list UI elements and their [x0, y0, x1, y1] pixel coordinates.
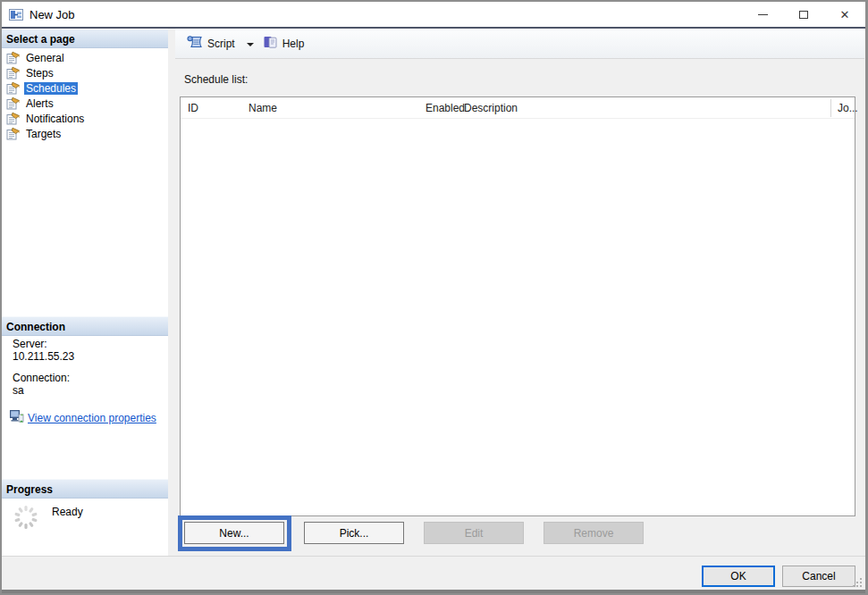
new-button[interactable]: New...	[184, 522, 284, 544]
pick-button[interactable]: Pick...	[304, 522, 404, 544]
select-a-page-header: Select a page	[2, 29, 168, 48]
page-icon	[6, 51, 21, 64]
help-button[interactable]: Help	[259, 32, 308, 54]
schedule-list-table[interactable]: ID Name Enabled Description Jo...	[180, 96, 855, 516]
sidebar-item-general[interactable]: General	[2, 50, 168, 65]
help-label: Help	[282, 38, 305, 50]
new-job-dialog: New Job ✕ Select a page General Steps Sc…	[0, 0, 868, 595]
maximize-button[interactable]	[783, 2, 824, 27]
connection-info: Server: 10.211.55.23 Connection: sa	[13, 338, 164, 426]
title-bar: New Job ✕	[2, 2, 865, 29]
sidebar-item-schedules[interactable]: Schedules	[2, 80, 168, 96]
script-icon	[187, 35, 203, 52]
window-controls: ✕	[742, 2, 865, 27]
column-header-description[interactable]: Description	[464, 102, 518, 114]
edit-button[interactable]: Edit	[424, 522, 524, 544]
connection-value: sa	[13, 384, 164, 397]
sidebar-item-notifications[interactable]: Notifications	[2, 111, 168, 126]
sidebar-item-alerts[interactable]: Alerts	[2, 96, 168, 111]
page-icon	[6, 96, 21, 110]
ok-button[interactable]: OK	[702, 566, 775, 587]
column-header-job[interactable]: Jo...	[838, 102, 858, 114]
server-label: Server:	[13, 338, 164, 350]
progress-status: Ready	[52, 506, 83, 518]
view-connection-properties-link[interactable]: View connection properties	[28, 412, 156, 424]
page-icon	[6, 112, 21, 125]
schedule-list-label: Schedule list:	[184, 73, 248, 86]
page-icon	[6, 127, 21, 140]
connection-properties-icon	[9, 409, 24, 426]
close-button[interactable]: ✕	[824, 2, 865, 27]
progress-status-row: Ready	[11, 502, 83, 535]
column-header-name[interactable]: Name	[249, 102, 277, 114]
help-icon	[263, 35, 278, 52]
resize-grip-icon[interactable]	[852, 577, 863, 591]
script-label: Script	[207, 38, 235, 50]
schedule-table-header: ID Name Enabled Description Jo...	[181, 97, 855, 119]
sidebar-item-targets[interactable]: Targets	[2, 126, 168, 141]
column-header-enabled[interactable]: Enabled	[426, 102, 465, 114]
footer-divider	[2, 556, 865, 557]
column-header-id[interactable]: ID	[188, 102, 198, 114]
remove-button[interactable]: Remove	[544, 522, 644, 544]
minimize-button[interactable]	[742, 2, 783, 27]
server-value: 10.211.55.23	[13, 350, 164, 363]
page-list: General Steps Schedules Alerts Notificat…	[2, 50, 168, 141]
page-icon	[6, 66, 21, 80]
cancel-button[interactable]: Cancel	[782, 566, 855, 587]
connection-label: Connection:	[13, 372, 164, 384]
sidebar: Select a page General Steps Schedules Al…	[2, 29, 168, 556]
sidebar-item-steps[interactable]: Steps	[2, 65, 168, 80]
script-dropdown-icon[interactable]	[247, 43, 254, 46]
column-divider	[830, 99, 831, 117]
progress-header: Progress	[2, 479, 168, 499]
page-icon	[6, 81, 21, 95]
toolbar: Script Help	[175, 29, 864, 59]
window-title: New Job	[29, 8, 75, 21]
dialog-icon	[9, 8, 23, 21]
spinner-icon	[11, 502, 41, 535]
script-button[interactable]: Script	[183, 32, 239, 54]
connection-header: Connection	[2, 316, 168, 336]
